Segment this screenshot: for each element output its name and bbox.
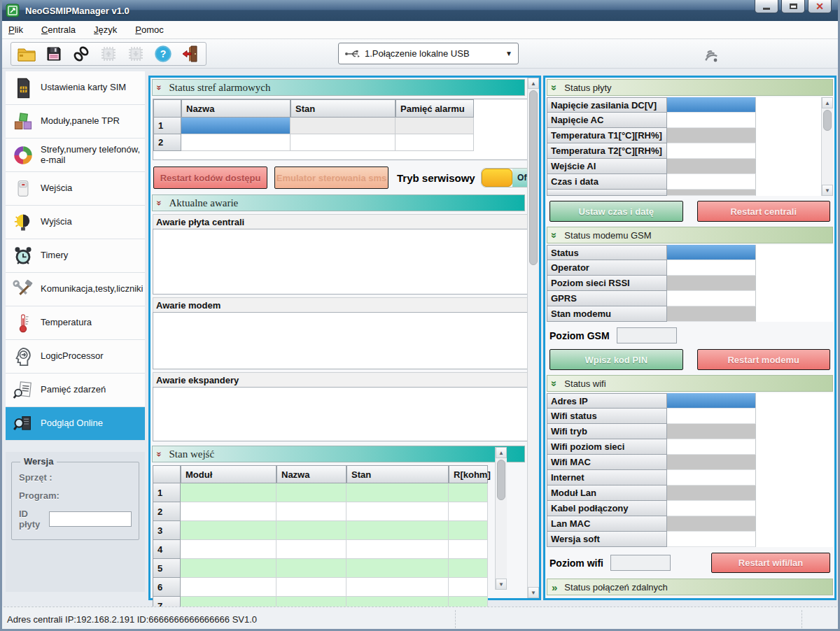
minimize-button[interactable] xyxy=(755,0,778,13)
sidebar-item-communication[interactable]: Komunikacja,testy,liczniki xyxy=(6,273,145,306)
gsm-row-value[interactable] xyxy=(667,306,756,322)
zones-col-pamiec[interactable]: Pamięć alarmu xyxy=(396,99,474,118)
inputs-cell[interactable] xyxy=(449,578,488,597)
exit-button[interactable] xyxy=(180,43,201,64)
inputs-cell[interactable] xyxy=(346,559,449,578)
inputs-col-rkohm[interactable]: R[kohm] xyxy=(449,465,488,483)
gsm-row-value[interactable] xyxy=(667,291,756,306)
inputs-cell[interactable] xyxy=(181,483,276,502)
close-button[interactable]: ✕ xyxy=(808,0,832,13)
inputs-cell[interactable] xyxy=(276,578,346,597)
sidebar-item-timers[interactable]: Timery xyxy=(6,239,145,273)
wifi-row-value[interactable] xyxy=(667,409,756,424)
zones-section-header[interactable]: » Status stref alarmowych xyxy=(152,79,525,96)
zones-cell-nazwa[interactable] xyxy=(181,118,290,134)
zones-cell-stan[interactable] xyxy=(290,118,396,134)
maximize-button[interactable] xyxy=(781,0,805,13)
inputs-cell[interactable] xyxy=(276,502,346,521)
inputs-cell[interactable] xyxy=(181,540,276,559)
wifi-row-value[interactable] xyxy=(667,470,756,485)
zones-cell-stan[interactable] xyxy=(290,134,396,151)
zones-cell-pamiec[interactable] xyxy=(396,134,474,151)
board-row-value[interactable] xyxy=(667,143,756,159)
wifi-row-value[interactable] xyxy=(667,393,756,409)
sidebar-item-sim[interactable]: Ustawienia karty SIM xyxy=(6,71,145,105)
wifi-row-value[interactable] xyxy=(667,455,756,470)
remote-section-header[interactable]: » Status połączeń zdalnych xyxy=(547,579,833,595)
inputs-cell[interactable] xyxy=(346,483,449,502)
wifi-row-value[interactable] xyxy=(667,501,756,516)
board-faults-box[interactable] xyxy=(153,229,537,295)
board-id-input[interactable] xyxy=(49,511,132,527)
inputs-col-nazwa[interactable]: Nazwa xyxy=(276,465,346,483)
inputs-cell[interactable] xyxy=(181,521,276,540)
inputs-cell[interactable] xyxy=(449,521,488,540)
scroll-down-icon[interactable]: ▼ xyxy=(528,587,539,598)
restart-wifi-lan-button[interactable]: Restart wifi/lan xyxy=(711,553,830,573)
board-row-value[interactable] xyxy=(667,128,756,143)
scroll-up-icon[interactable]: ▲ xyxy=(496,447,507,458)
inputs-cell[interactable] xyxy=(276,559,346,578)
wifi-row-value[interactable] xyxy=(667,485,756,501)
inputs-cell[interactable] xyxy=(346,578,449,597)
menu-plik[interactable]: Plik xyxy=(8,24,23,35)
connect-button[interactable] xyxy=(71,43,92,64)
inputs-col-stan[interactable]: Stan xyxy=(346,465,449,483)
menu-centrala[interactable]: Centrala xyxy=(41,24,76,35)
wifi-row-value[interactable] xyxy=(667,532,756,547)
open-file-button[interactable] xyxy=(16,43,37,64)
zones-col-nazwa[interactable]: Nazwa xyxy=(181,99,290,118)
firmware-download-button[interactable] xyxy=(125,43,146,64)
scrollbar-thumb[interactable] xyxy=(497,460,505,500)
sidebar-item-outputs[interactable]: Wyjścia xyxy=(6,206,145,239)
gsm-section-header[interactable]: » Status modemu GSM xyxy=(547,227,833,243)
enter-pin-button[interactable]: Wpisz kod PIN xyxy=(550,349,683,370)
inputs-section-header[interactable]: » Stan wejść xyxy=(152,446,525,462)
board-row-value[interactable] xyxy=(667,159,756,174)
scroll-up-icon[interactable]: ▲ xyxy=(822,97,833,108)
board-row-value[interactable] xyxy=(667,113,756,128)
inputs-cell[interactable] xyxy=(346,540,449,559)
board-section-header[interactable]: » Status płyty xyxy=(547,79,833,96)
menu-pomoc[interactable]: Pomoc xyxy=(135,24,163,35)
sidebar-item-logicprocessor[interactable]: LogicProcessor xyxy=(6,340,145,374)
inputs-cell[interactable] xyxy=(181,502,276,521)
faults-section-header[interactable]: » Aktualne awarie xyxy=(152,194,525,211)
zones-col-stan[interactable]: Stan xyxy=(290,99,396,118)
inputs-table-scrollbar[interactable]: ▲ ▼ xyxy=(495,447,507,590)
set-time-button[interactable]: Ustaw czas i datę xyxy=(550,201,683,222)
scroll-down-icon[interactable]: ▼ xyxy=(822,185,833,196)
inputs-cell[interactable] xyxy=(449,483,488,502)
restart-access-codes-button[interactable]: Restart kodów dostępu xyxy=(153,166,267,189)
expander-faults-box[interactable] xyxy=(153,387,537,441)
scrollbar-thumb[interactable] xyxy=(823,110,832,131)
statusbar-resize-grip[interactable] xyxy=(802,610,802,628)
inputs-cell[interactable] xyxy=(276,521,346,540)
inputs-cell[interactable] xyxy=(346,502,449,521)
wifi-row-value[interactable] xyxy=(667,439,756,455)
zones-cell-pamiec[interactable] xyxy=(396,118,474,134)
restart-modem-button[interactable]: Restart modemu xyxy=(697,349,831,370)
wifi-row-value[interactable] xyxy=(667,516,756,532)
modem-faults-box[interactable] xyxy=(153,312,537,369)
save-button[interactable] xyxy=(43,43,64,64)
firmware-upload-button[interactable] xyxy=(98,43,119,64)
sidebar-item-event-memory[interactable]: Pamięć zdarzeń xyxy=(6,374,145,407)
inputs-cell[interactable] xyxy=(276,540,346,559)
sms-emulator-button[interactable]: Emulator sterowania sms xyxy=(274,166,388,189)
inputs-cell[interactable] xyxy=(449,502,488,521)
connection-dropdown[interactable]: 1.Połączenie lokalne USB ▼ xyxy=(338,43,519,64)
scrollbar-thumb[interactable] xyxy=(529,90,538,265)
sidebar-item-zones[interactable]: Strefy,numery telefonów, e-mail xyxy=(6,139,145,172)
sidebar-item-inputs[interactable]: Wejścia xyxy=(6,172,145,206)
scroll-up-icon[interactable]: ▲ xyxy=(528,78,539,89)
gsm-level-input[interactable] xyxy=(617,327,677,343)
board-row-value[interactable] xyxy=(667,97,756,113)
center-panel-scrollbar[interactable]: ▲ ▼ xyxy=(527,78,539,598)
zones-cell-nazwa[interactable] xyxy=(181,134,290,151)
restart-central-button[interactable]: Restart centrali xyxy=(697,201,831,222)
menu-jezyk[interactable]: Język xyxy=(94,24,117,35)
inputs-cell[interactable] xyxy=(449,540,488,559)
inputs-cell[interactable] xyxy=(181,578,276,597)
scroll-down-icon[interactable]: ▼ xyxy=(496,579,507,590)
